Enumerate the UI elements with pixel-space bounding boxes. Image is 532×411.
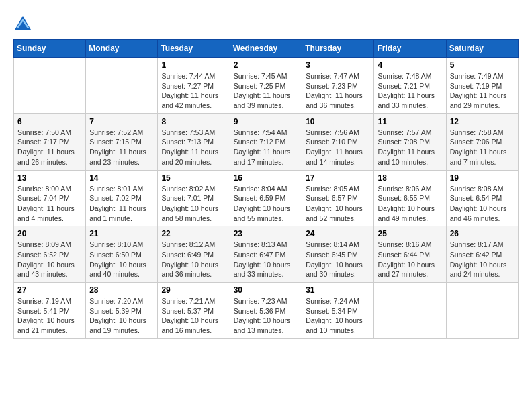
calendar-cell: 8Sunrise: 7:53 AMSunset: 7:13 PMDaylight…	[158, 113, 230, 170]
day-number: 21	[89, 229, 154, 238]
calendar-cell: 14Sunrise: 8:01 AMSunset: 7:02 PMDayligh…	[86, 170, 158, 226]
day-number: 6	[17, 117, 82, 126]
day-info: Sunrise: 7:52 AMSunset: 7:15 PMDaylight:…	[89, 128, 154, 167]
day-info: Sunrise: 8:00 AMSunset: 7:04 PMDaylight:…	[17, 184, 82, 224]
day-number: 16	[234, 173, 299, 183]
day-info: Sunrise: 8:17 AMSunset: 6:42 PMDaylight:…	[450, 240, 515, 279]
week-row-2: 6Sunrise: 7:50 AMSunset: 7:17 PMDaylight…	[14, 113, 519, 170]
day-number: 4	[378, 60, 442, 70]
day-info: Sunrise: 7:21 AMSunset: 5:37 PMDaylight:…	[161, 296, 226, 336]
day-info: Sunrise: 8:06 AMSunset: 6:55 PMDaylight:…	[378, 184, 442, 224]
weekday-header-monday: Monday	[86, 40, 158, 58]
day-number: 1	[161, 60, 226, 70]
day-info: Sunrise: 8:16 AMSunset: 6:44 PMDaylight:…	[378, 240, 442, 279]
calendar-cell: 18Sunrise: 8:06 AMSunset: 6:55 PMDayligh…	[374, 170, 446, 226]
weekday-header-sunday: Sunday	[14, 40, 86, 58]
day-info: Sunrise: 7:19 AMSunset: 5:41 PMDaylight:…	[17, 296, 82, 336]
day-info: Sunrise: 8:10 AMSunset: 6:50 PMDaylight:…	[89, 240, 154, 279]
calendar-cell: 29Sunrise: 7:21 AMSunset: 5:37 PMDayligh…	[158, 283, 230, 339]
day-number: 17	[306, 173, 370, 183]
day-number: 9	[234, 117, 299, 126]
day-info: Sunrise: 8:02 AMSunset: 7:01 PMDaylight:…	[161, 184, 226, 224]
day-info: Sunrise: 7:45 AMSunset: 7:25 PMDaylight:…	[234, 71, 299, 111]
day-info: Sunrise: 7:49 AMSunset: 7:19 PMDaylight:…	[450, 71, 515, 111]
day-number: 29	[161, 285, 226, 295]
day-info: Sunrise: 8:13 AMSunset: 6:47 PMDaylight:…	[234, 240, 299, 279]
weekday-header-tuesday: Tuesday	[158, 40, 230, 58]
day-number: 3	[306, 60, 370, 70]
logo-icon	[13, 13, 32, 32]
day-number: 25	[378, 229, 442, 238]
calendar-cell: 10Sunrise: 7:56 AMSunset: 7:10 PMDayligh…	[302, 113, 374, 170]
day-number: 10	[306, 117, 370, 126]
weekday-header-thursday: Thursday	[302, 40, 374, 58]
calendar-cell: 13Sunrise: 8:00 AMSunset: 7:04 PMDayligh…	[14, 170, 86, 226]
day-info: Sunrise: 8:08 AMSunset: 6:54 PMDaylight:…	[450, 184, 515, 224]
day-info: Sunrise: 7:57 AMSunset: 7:08 PMDaylight:…	[378, 128, 442, 167]
day-number: 27	[17, 285, 82, 295]
week-row-1: 1Sunrise: 7:44 AMSunset: 7:27 PMDaylight…	[14, 58, 519, 114]
day-number: 11	[378, 117, 442, 126]
day-number: 22	[161, 229, 226, 238]
day-info: Sunrise: 7:53 AMSunset: 7:13 PMDaylight:…	[161, 128, 226, 167]
calendar-cell	[14, 58, 86, 114]
calendar-cell: 11Sunrise: 7:57 AMSunset: 7:08 PMDayligh…	[374, 113, 446, 170]
day-number: 26	[450, 229, 515, 238]
page-header	[13, 13, 519, 32]
calendar-cell	[446, 283, 518, 339]
day-number: 30	[234, 285, 299, 295]
day-info: Sunrise: 7:50 AMSunset: 7:17 PMDaylight:…	[17, 128, 82, 167]
calendar-cell: 21Sunrise: 8:10 AMSunset: 6:50 PMDayligh…	[86, 226, 158, 283]
weekday-header-wednesday: Wednesday	[230, 40, 302, 58]
day-number: 15	[161, 173, 226, 183]
calendar-cell: 3Sunrise: 7:47 AMSunset: 7:23 PMDaylight…	[302, 58, 374, 114]
day-number: 18	[378, 173, 442, 183]
logo	[13, 13, 35, 32]
day-number: 2	[234, 60, 299, 70]
calendar-cell: 17Sunrise: 8:05 AMSunset: 6:57 PMDayligh…	[302, 170, 374, 226]
day-number: 20	[17, 229, 82, 238]
week-row-3: 13Sunrise: 8:00 AMSunset: 7:04 PMDayligh…	[14, 170, 519, 226]
day-info: Sunrise: 7:23 AMSunset: 5:36 PMDaylight:…	[234, 296, 299, 336]
day-info: Sunrise: 7:54 AMSunset: 7:12 PMDaylight:…	[234, 128, 299, 167]
day-info: Sunrise: 7:20 AMSunset: 5:39 PMDaylight:…	[89, 296, 154, 336]
calendar-cell: 2Sunrise: 7:45 AMSunset: 7:25 PMDaylight…	[230, 58, 302, 114]
day-number: 12	[450, 117, 515, 126]
day-number: 14	[89, 173, 154, 183]
day-info: Sunrise: 8:04 AMSunset: 6:59 PMDaylight:…	[234, 184, 299, 224]
day-number: 8	[161, 117, 226, 126]
day-number: 7	[89, 117, 154, 126]
week-row-5: 27Sunrise: 7:19 AMSunset: 5:41 PMDayligh…	[14, 283, 519, 339]
calendar-cell: 20Sunrise: 8:09 AMSunset: 6:52 PMDayligh…	[14, 226, 86, 283]
calendar-cell: 22Sunrise: 8:12 AMSunset: 6:49 PMDayligh…	[158, 226, 230, 283]
calendar-cell: 25Sunrise: 8:16 AMSunset: 6:44 PMDayligh…	[374, 226, 446, 283]
day-info: Sunrise: 7:56 AMSunset: 7:10 PMDaylight:…	[306, 128, 370, 167]
calendar-cell: 19Sunrise: 8:08 AMSunset: 6:54 PMDayligh…	[446, 170, 518, 226]
calendar-cell: 24Sunrise: 8:14 AMSunset: 6:45 PMDayligh…	[302, 226, 374, 283]
day-number: 19	[450, 173, 515, 183]
calendar-cell: 4Sunrise: 7:48 AMSunset: 7:21 PMDaylight…	[374, 58, 446, 114]
weekday-header-row: SundayMondayTuesdayWednesdayThursdayFrid…	[14, 40, 519, 58]
calendar-cell: 30Sunrise: 7:23 AMSunset: 5:36 PMDayligh…	[230, 283, 302, 339]
calendar-cell: 16Sunrise: 8:04 AMSunset: 6:59 PMDayligh…	[230, 170, 302, 226]
day-info: Sunrise: 8:09 AMSunset: 6:52 PMDaylight:…	[17, 240, 82, 279]
day-info: Sunrise: 8:01 AMSunset: 7:02 PMDaylight:…	[89, 184, 154, 224]
calendar-cell	[374, 283, 446, 339]
calendar-cell: 26Sunrise: 8:17 AMSunset: 6:42 PMDayligh…	[446, 226, 518, 283]
day-info: Sunrise: 7:47 AMSunset: 7:23 PMDaylight:…	[306, 71, 370, 111]
week-row-4: 20Sunrise: 8:09 AMSunset: 6:52 PMDayligh…	[14, 226, 519, 283]
day-info: Sunrise: 7:58 AMSunset: 7:06 PMDaylight:…	[450, 128, 515, 167]
calendar-cell	[86, 58, 158, 114]
day-number: 23	[234, 229, 299, 238]
day-info: Sunrise: 8:12 AMSunset: 6:49 PMDaylight:…	[161, 240, 226, 279]
day-info: Sunrise: 8:05 AMSunset: 6:57 PMDaylight:…	[306, 184, 370, 224]
calendar-cell: 12Sunrise: 7:58 AMSunset: 7:06 PMDayligh…	[446, 113, 518, 170]
calendar-cell: 9Sunrise: 7:54 AMSunset: 7:12 PMDaylight…	[230, 113, 302, 170]
calendar-cell: 27Sunrise: 7:19 AMSunset: 5:41 PMDayligh…	[14, 283, 86, 339]
calendar-table: SundayMondayTuesdayWednesdayThursdayFrid…	[13, 39, 519, 339]
day-number: 5	[450, 60, 515, 70]
day-info: Sunrise: 7:44 AMSunset: 7:27 PMDaylight:…	[161, 71, 226, 111]
calendar-cell: 15Sunrise: 8:02 AMSunset: 7:01 PMDayligh…	[158, 170, 230, 226]
calendar-cell: 6Sunrise: 7:50 AMSunset: 7:17 PMDaylight…	[14, 113, 86, 170]
weekday-header-saturday: Saturday	[446, 40, 518, 58]
